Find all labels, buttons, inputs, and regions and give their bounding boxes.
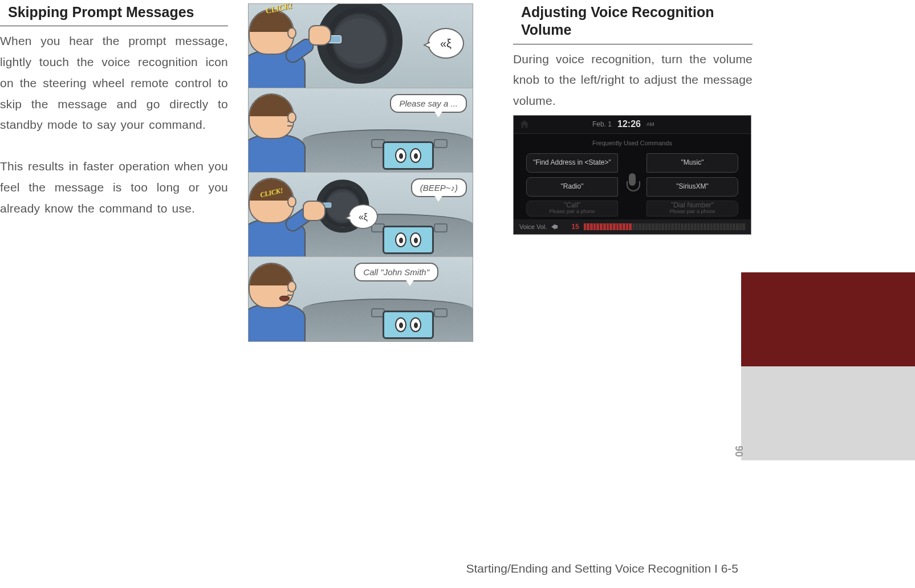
volume-ticks[interactable] <box>584 223 745 230</box>
paragraph-skip-1: When you hear the prompt message, lightl… <box>0 31 228 136</box>
driver-figure <box>249 88 311 172</box>
voice-bubble-icon: «ξ <box>348 204 377 228</box>
column-middle: «ξ CLICK! <box>248 3 476 588</box>
driver-figure <box>249 173 311 256</box>
paragraph-skip-2: This results in faster operation when yo… <box>0 156 228 219</box>
driver-figure <box>249 4 311 88</box>
soundwave-icon: «ξ <box>359 211 368 222</box>
cmd-radio[interactable]: "Radio" <box>526 177 618 197</box>
steering-wheel <box>300 4 420 88</box>
screen-eye-icon <box>395 317 406 332</box>
cmd-music[interactable]: "Music" <box>646 153 738 173</box>
screen-eye-icon <box>395 232 406 247</box>
pair-hint: Please pair a phone <box>653 209 732 215</box>
column-left: Skipping Prompt Messages When you hear t… <box>0 3 228 588</box>
comic-panel-1: «ξ CLICK! <box>249 4 473 88</box>
tab-red <box>741 272 915 366</box>
time-label: 12:26 <box>617 119 641 129</box>
heading-skipping: Skipping Prompt Messages <box>0 3 228 26</box>
infotainment-screen <box>383 141 434 170</box>
comic-panel-3: «ξ (BEEP~♪) CLICK! <box>249 173 473 257</box>
screen-eye-icon <box>410 148 421 163</box>
voice-recognition-screenshot: Feb. 1 12:26 AM Frequently Used Commands… <box>513 115 751 235</box>
speech-bubble-command: Call "John Smith" <box>354 263 438 281</box>
heading-volume: Adjusting Voice Recognition Volume <box>513 3 753 44</box>
cmd-siriusxm[interactable]: "SiriusXM" <box>646 177 738 197</box>
driver-figure <box>249 257 311 341</box>
chapter-number: 06 <box>734 446 746 457</box>
speech-bubble-prompt: Please say a ... <box>390 94 467 113</box>
infotainment-screen <box>383 311 434 339</box>
cmd-call: "Call" Please pair a phone <box>526 201 618 217</box>
voice-bubble-icon: «ξ <box>428 28 464 59</box>
home-icon[interactable] <box>519 119 530 129</box>
cmd-dial: "Dial Number" Please pair a phone <box>646 201 738 217</box>
screen-eye-icon <box>395 148 406 163</box>
date-label: Feb. 1 <box>592 120 612 128</box>
command-grid: "Find Address in <State>" "Music" "Radio… <box>526 152 738 217</box>
ampm-label: AM <box>646 121 654 127</box>
screen-eye-icon <box>410 232 421 247</box>
voice-vol-label: Voice Vol. <box>519 223 547 230</box>
comic-panel-4: Call "John Smith" <box>249 257 473 341</box>
column-right: Adjusting Voice Recognition Volume Durin… <box>513 3 753 588</box>
screenshot-body: Frequently Used Commands "Find Address i… <box>514 134 751 223</box>
speaker-icon <box>551 224 555 230</box>
speech-bubble-beep: (BEEP~♪) <box>411 178 467 197</box>
screen-eye-icon <box>410 317 421 332</box>
soundwave-icon: «ξ <box>440 37 452 50</box>
tab-grey: 06 <box>741 366 915 460</box>
frequently-used-label: Frequently Used Commands <box>526 140 738 146</box>
volume-bar: Voice Vol. 15 <box>514 219 751 234</box>
paragraph-volume: During voice recognition, turn the volum… <box>513 49 753 112</box>
voice-vol-value: 15 <box>571 223 579 231</box>
page-footer: Starting/Ending and Setting Voice Recogn… <box>466 562 738 575</box>
screenshot-topbar: Feb. 1 12:26 AM <box>514 116 751 134</box>
cmd-find-address[interactable]: "Find Address in <State>" <box>526 153 618 173</box>
microphone-icon <box>618 173 646 196</box>
infotainment-screen <box>383 226 434 254</box>
comic-illustration: «ξ CLICK! <box>248 3 473 342</box>
side-tab: 06 <box>741 272 915 460</box>
pair-hint: Please pair a phone <box>532 209 612 215</box>
comic-panel-2: Please say a ... <box>249 88 473 173</box>
